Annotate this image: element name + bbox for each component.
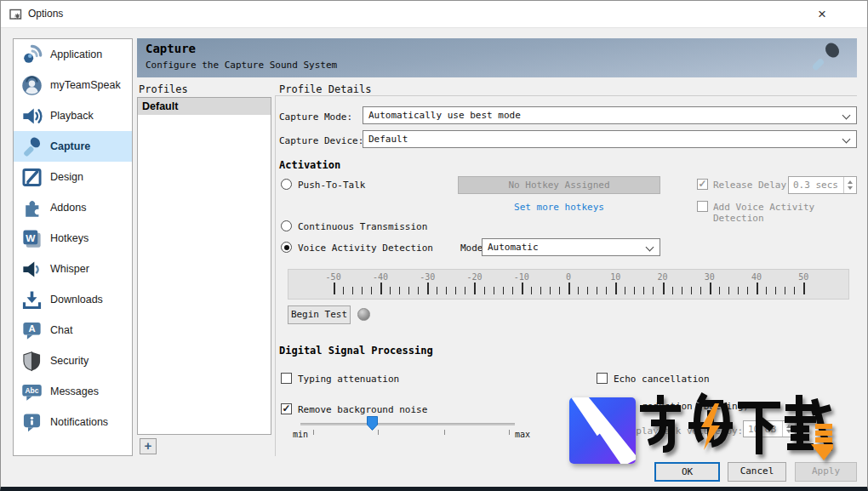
meter-tick	[775, 287, 776, 294]
design-icon	[19, 165, 44, 189]
meter-tick	[625, 287, 625, 294]
close-icon[interactable]: ×	[811, 5, 833, 24]
spinner-arrows-icon[interactable]	[843, 177, 856, 193]
set-more-hotkeys-link[interactable]: Set more hotkeys	[458, 202, 660, 213]
vad-mode-select[interactable]: Automatic	[482, 238, 660, 256]
divider	[275, 96, 276, 456]
noise-slider-handle[interactable]	[367, 416, 378, 434]
sidebar-item-application[interactable]: Application	[14, 39, 132, 70]
meter-scale-label: -20	[466, 272, 482, 282]
chat-a-icon: A	[19, 318, 44, 342]
meter-scale-label: 10	[610, 272, 620, 282]
vad-mode-value: Automatic	[488, 242, 539, 253]
whisper-icon	[19, 257, 44, 281]
sidebar-item-label: Whisper	[50, 263, 89, 275]
sidebar-item-label: Notifications	[50, 416, 108, 428]
sidebar-item-addons[interactable]: Addons	[14, 192, 132, 223]
meter-tick	[728, 287, 729, 294]
meter-tick	[446, 287, 447, 294]
puzzle-icon	[19, 196, 44, 220]
echo-cancellation-checkbox[interactable]	[597, 373, 608, 384]
meter-tick	[757, 283, 758, 294]
begin-test-button[interactable]: Begin Test	[288, 305, 351, 324]
meter-tick	[437, 287, 437, 294]
sidebar-item-design[interactable]: Design	[14, 162, 132, 192]
options-window-icon	[9, 8, 23, 25]
meter-tick	[653, 287, 654, 294]
shield-icon	[19, 349, 44, 373]
meter-tick	[474, 283, 476, 294]
sidebar-item-chat[interactable]: AChat	[14, 315, 132, 345]
sidebar-item-myteamspeak[interactable]: myTeamSpeak	[14, 70, 132, 100]
sidebar-item-notifications[interactable]: Notifications	[14, 407, 132, 437]
meter-tick	[682, 287, 682, 294]
user-icon	[19, 73, 44, 97]
sidebar-item-label: Design	[50, 171, 83, 183]
sidebar-item-label: Application	[50, 49, 102, 60]
typing-attenuation-checkbox[interactable]	[281, 373, 292, 384]
meter-tick	[587, 287, 588, 294]
sidebar-item-hotkeys[interactable]: WHotkeys	[14, 223, 132, 254]
page-subtitle: Configure the Capture Sound System	[146, 60, 337, 71]
svg-text:Abc: Abc	[25, 386, 38, 395]
add-profile-button[interactable]: +	[140, 438, 157, 454]
voice-activity-detection-radio[interactable]	[281, 242, 292, 253]
add-vad-checkbox[interactable]	[697, 201, 708, 212]
application-icon	[19, 43, 44, 66]
remove-background-noise-checkbox[interactable]	[281, 403, 292, 414]
meter-scale-label: -30	[420, 272, 435, 282]
meter-tick	[408, 287, 409, 294]
chevron-down-icon	[646, 243, 654, 252]
sidebar-item-label: Downloads	[50, 294, 103, 305]
sidebar: ApplicationmyTeamSpeakPlaybackCaptureDes…	[13, 38, 133, 456]
sidebar-item-capture[interactable]: Capture	[14, 131, 132, 162]
capture-device-label: Capture Device:	[279, 135, 363, 146]
capture-mode-value: Automatically use best mode	[368, 110, 521, 121]
meter-tick	[512, 287, 513, 294]
release-delay-spinner[interactable]: 0.3 secs	[788, 176, 857, 194]
meter-tick	[691, 287, 692, 294]
no-hotkey-assigned-button[interactable]: No Hotkey Assigned	[458, 176, 660, 194]
add-vad-label: Add Voice Activity Detection	[713, 202, 867, 224]
sidebar-item-whisper[interactable]: Whisper	[14, 254, 132, 284]
chevron-down-icon	[842, 111, 851, 120]
sidebar-item-label: myTeamSpeak	[50, 79, 121, 91]
meter-tick	[719, 287, 720, 294]
meter-tick	[578, 287, 579, 294]
release-delay-checkbox[interactable]	[697, 179, 708, 190]
meter-tick	[803, 283, 805, 294]
sidebar-item-label: Messages	[50, 385, 99, 397]
sidebar-item-playback[interactable]: Playback	[14, 100, 132, 131]
meter-tick	[371, 287, 372, 294]
slider-min-label: min	[293, 430, 308, 439]
meter-tick	[643, 287, 644, 294]
meter-tick	[597, 287, 597, 294]
sidebar-item-messages[interactable]: AbcMessages	[14, 376, 132, 407]
meter-scale-label: 0	[566, 272, 571, 282]
sidebar-item-label: Chat	[50, 324, 72, 336]
slider-tick	[378, 430, 379, 435]
sidebar-item-label: Capture	[50, 140, 90, 152]
meter-tick	[494, 287, 494, 294]
sidebar-item-downloads[interactable]: Downloads	[14, 284, 132, 315]
meter-tick	[663, 283, 665, 294]
continuous-transmission-radio[interactable]	[281, 220, 292, 231]
meter-tick	[427, 283, 429, 294]
speaker-icon	[19, 104, 44, 128]
titlebar: Options ×	[1, 1, 867, 28]
sidebar-item-security[interactable]: Security	[14, 345, 132, 376]
key-w-icon: W	[19, 226, 44, 250]
meter-tick	[710, 283, 711, 294]
vad-level-meter: -50-40-30-20-1001020304050	[288, 269, 849, 300]
profile-item-default[interactable]: Default	[138, 98, 271, 115]
watermark-logo	[569, 397, 636, 464]
meter-tick	[672, 287, 673, 294]
meter-scale-label: -10	[514, 272, 529, 282]
echo-cancellation-label: Echo cancellation	[614, 374, 710, 385]
capture-device-select[interactable]: Default	[363, 130, 857, 148]
capture-mode-select[interactable]: Automatically use best mode	[363, 106, 857, 124]
meter-tick	[634, 287, 635, 294]
profile-details-label: Profile Details	[279, 83, 371, 95]
push-to-talk-radio[interactable]	[281, 179, 292, 190]
noise-slider-track[interactable]	[300, 423, 515, 425]
